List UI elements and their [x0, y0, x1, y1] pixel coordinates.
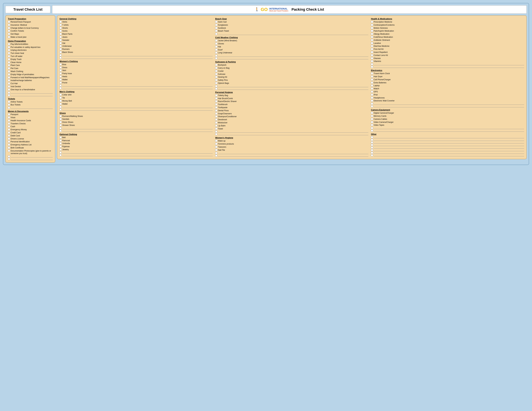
checkbox[interactable]	[59, 30, 62, 32]
checkbox[interactable]	[59, 21, 62, 23]
checkbox[interactable]	[371, 57, 373, 59]
checkbox[interactable]	[371, 105, 373, 107]
checkbox[interactable]	[8, 129, 10, 131]
checkbox[interactable]	[215, 33, 217, 35]
checkbox[interactable]	[371, 100, 373, 102]
checkbox[interactable]	[371, 48, 373, 50]
checkbox[interactable]	[8, 147, 10, 149]
checkbox[interactable]	[215, 103, 217, 105]
checkbox[interactable]	[8, 113, 10, 115]
checkbox[interactable]	[59, 108, 62, 111]
checkbox[interactable]	[371, 84, 373, 86]
checkbox[interactable]	[371, 60, 373, 62]
checkbox[interactable]	[371, 97, 373, 99]
checkbox[interactable]	[59, 121, 62, 123]
checkbox[interactable]	[371, 147, 373, 149]
checkbox[interactable]	[59, 106, 62, 108]
checkbox[interactable]	[8, 104, 10, 106]
checkbox[interactable]	[8, 131, 10, 134]
checkbox[interactable]	[215, 82, 217, 84]
checkbox[interactable]	[215, 112, 217, 115]
checkbox[interactable]	[59, 115, 62, 117]
checkbox[interactable]	[371, 21, 373, 23]
checkbox[interactable]	[59, 54, 62, 56]
checkbox[interactable]	[8, 58, 10, 60]
checkbox[interactable]	[371, 149, 373, 151]
checkbox[interactable]	[215, 55, 217, 57]
checkbox[interactable]	[59, 48, 62, 50]
checkbox[interactable]	[8, 125, 10, 128]
checkbox[interactable]	[371, 75, 373, 77]
checkbox[interactable]	[8, 144, 10, 146]
checkbox[interactable]	[8, 82, 10, 84]
checkbox[interactable]	[215, 76, 217, 78]
checkbox[interactable]	[215, 79, 217, 81]
checkbox[interactable]	[371, 66, 373, 68]
checkbox[interactable]	[8, 101, 10, 103]
checkbox[interactable]	[215, 21, 217, 23]
checkbox[interactable]	[8, 21, 10, 23]
checkbox[interactable]	[371, 141, 373, 143]
checkbox[interactable]	[59, 142, 62, 144]
checkbox[interactable]	[215, 27, 217, 29]
checkbox[interactable]	[215, 152, 217, 154]
checkbox[interactable]	[371, 42, 373, 44]
checkbox[interactable]	[59, 57, 62, 59]
checkbox[interactable]	[215, 119, 217, 121]
checkbox[interactable]	[215, 128, 217, 130]
checkbox[interactable]	[371, 121, 373, 123]
checkbox[interactable]	[371, 33, 373, 35]
checkbox[interactable]	[215, 97, 217, 99]
checkbox[interactable]	[59, 69, 62, 71]
checkbox[interactable]	[59, 51, 62, 53]
checkbox[interactable]	[371, 91, 373, 93]
checkbox[interactable]	[371, 136, 373, 138]
checkbox[interactable]	[8, 24, 10, 26]
checkbox[interactable]	[8, 155, 10, 158]
checkbox[interactable]	[371, 144, 373, 146]
checkbox[interactable]	[8, 138, 10, 140]
checkbox[interactable]	[59, 100, 62, 102]
checkbox[interactable]	[59, 154, 62, 156]
checkbox[interactable]	[215, 52, 217, 54]
checkbox[interactable]	[59, 63, 62, 65]
checkbox[interactable]	[8, 120, 10, 121]
checkbox[interactable]	[59, 87, 62, 89]
checkbox[interactable]	[59, 66, 62, 68]
checkbox[interactable]	[8, 107, 10, 109]
checkbox[interactable]	[8, 92, 10, 94]
checkbox[interactable]	[59, 84, 62, 86]
checkbox[interactable]	[8, 122, 10, 125]
checkbox[interactable]	[371, 30, 373, 32]
checkbox[interactable]	[371, 63, 373, 65]
checkbox[interactable]	[215, 143, 217, 145]
checkbox[interactable]	[215, 106, 217, 108]
checkbox[interactable]	[8, 43, 10, 45]
checkbox[interactable]	[59, 27, 62, 29]
checkbox[interactable]	[8, 88, 10, 91]
checkbox[interactable]	[371, 94, 373, 96]
checkbox[interactable]	[8, 94, 10, 96]
checkbox[interactable]	[59, 72, 62, 75]
checkbox[interactable]	[59, 39, 62, 41]
checkbox[interactable]	[215, 49, 217, 51]
checkbox[interactable]	[8, 55, 10, 57]
checkbox[interactable]	[8, 158, 10, 160]
checkbox[interactable]	[371, 112, 373, 114]
checkbox[interactable]	[371, 45, 373, 47]
checkbox[interactable]	[59, 75, 62, 77]
checkbox[interactable]	[215, 57, 217, 59]
checkbox[interactable]	[59, 36, 62, 38]
checkbox[interactable]	[215, 131, 217, 133]
checkbox[interactable]	[215, 24, 217, 26]
checkbox[interactable]	[8, 46, 10, 48]
checkbox[interactable]	[371, 152, 373, 154]
checkbox[interactable]	[59, 145, 62, 148]
checkbox[interactable]	[215, 70, 217, 72]
checkbox[interactable]	[215, 140, 217, 142]
checkbox[interactable]	[371, 87, 373, 90]
checkbox[interactable]	[215, 73, 217, 75]
checkbox[interactable]	[8, 76, 10, 78]
checkbox[interactable]	[59, 82, 62, 84]
checkbox[interactable]	[8, 52, 10, 54]
